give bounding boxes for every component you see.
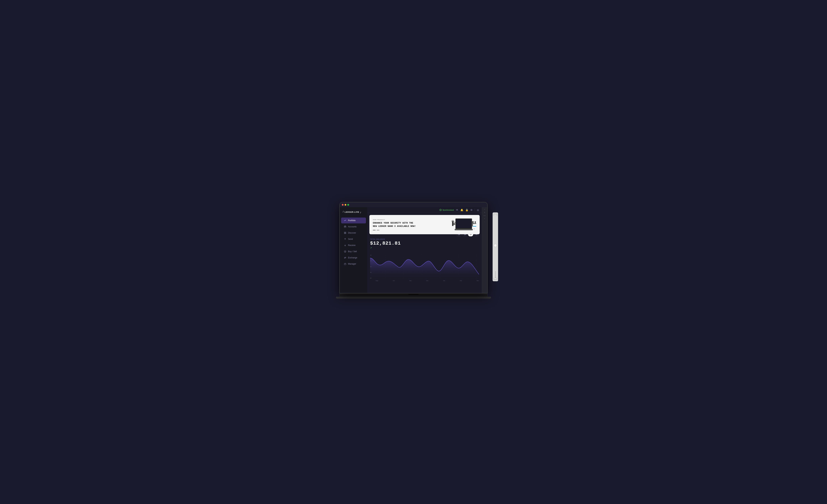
sync-badge: ✓ Synchronized xyxy=(440,209,454,211)
svg-rect-4 xyxy=(344,233,345,234)
svg-rect-17 xyxy=(454,223,455,224)
y-label-0k: 0K xyxy=(370,255,374,256)
lock-icon[interactable]: 🔒 xyxy=(466,209,468,211)
expand-icon[interactable]: ⤢ xyxy=(484,209,485,210)
svg-rect-1 xyxy=(345,226,346,226)
close-button[interactable] xyxy=(342,204,344,206)
right-panel: ⤢ ✕ ⟺ + − xyxy=(482,207,487,293)
receive-icon xyxy=(344,244,346,247)
y-axis: 8K 6K 4K 2K 0K xyxy=(370,255,375,279)
buy-sell-label: Buy / Sell xyxy=(348,250,357,253)
banner-pagination xyxy=(373,230,449,230)
promotion-banner: NEW PRODUCT ENHANCE YOUR SECURITY WITH T… xyxy=(370,215,480,234)
minus-icon[interactable]: − xyxy=(484,221,485,223)
dollar-icon: $ xyxy=(344,250,346,253)
send-icon xyxy=(344,238,346,240)
x-label-feb: Feb. xyxy=(460,280,462,281)
ledger-device: Bitcoin xyxy=(492,209,499,285)
eye-icon[interactable]: 👁 xyxy=(456,209,458,211)
sidebar-item-accounts[interactable]: Accounts xyxy=(341,224,366,230)
x-label-oct: Oct. xyxy=(393,280,395,281)
sidebar: ┘ LEDGER-LIVE ┌ Portfolio xyxy=(340,207,367,293)
sidebar-item-receive[interactable]: Receive xyxy=(341,242,366,248)
banner-dot-1[interactable] xyxy=(373,230,376,230)
bell-icon[interactable]: 🔔 xyxy=(460,209,463,211)
svg-rect-5 xyxy=(345,233,346,234)
y-label-2k: 2K xyxy=(370,260,374,261)
sync-label: Synchronized xyxy=(442,209,454,211)
x-label-dec: Dec. xyxy=(426,280,429,281)
sidebar-item-exchange[interactable]: Exchange xyxy=(341,255,366,261)
svg-rect-0 xyxy=(344,226,346,228)
balance-amount: $12,821.81 xyxy=(370,241,401,246)
x-label-nov: Nov. xyxy=(409,280,412,281)
header-divider xyxy=(475,209,475,211)
wallet-icon xyxy=(344,225,346,228)
sidebar-item-send[interactable]: Send xyxy=(341,236,366,242)
ledger-button[interactable] xyxy=(494,244,497,247)
trend-icon: ↗ xyxy=(370,247,401,249)
minimize-button[interactable] xyxy=(345,204,346,206)
sidebar-item-manager[interactable]: Manager xyxy=(341,261,366,267)
svg-rect-2 xyxy=(344,232,345,233)
chart-section: TOTAL BALANCE $12,821.81 ↗ 1W 1M 1Y All xyxy=(367,236,482,293)
ledger-brand-label: Bitcoin xyxy=(495,271,496,278)
arrows-icon[interactable]: ⟺ xyxy=(483,215,486,216)
exchange-icon xyxy=(344,256,346,259)
main-content: ✓ Synchronized 👁 🔔 🔒 ⚙ ◎ xyxy=(367,207,482,293)
plus-icon[interactable]: + xyxy=(484,218,485,219)
svg-rect-10 xyxy=(344,263,346,265)
maximize-button[interactable] xyxy=(347,204,349,206)
close-icon[interactable]: ✕ xyxy=(484,212,485,213)
banner-text: NEW PRODUCT ENHANCE YOUR SECURITY WITH T… xyxy=(373,219,449,230)
manager-icon xyxy=(344,263,346,265)
x-label-sept: Sept. xyxy=(376,280,378,281)
x-label-mar: Mar. xyxy=(477,280,479,281)
gear-icon[interactable]: ⚙ xyxy=(470,209,473,211)
banner-arrow[interactable]: ← xyxy=(473,228,476,230)
banner-title: ENHANCE YOUR SECURITY WITH THE NEW LEDGE… xyxy=(373,221,418,228)
user-icon[interactable]: ◎ xyxy=(477,209,479,211)
sync-dot: ✓ xyxy=(440,209,442,211)
manager-label: Manager xyxy=(348,263,356,265)
grid-icon xyxy=(344,232,346,234)
titlebar xyxy=(340,202,487,207)
laptop-base xyxy=(339,293,488,297)
svg-rect-13 xyxy=(455,229,473,230)
banner-image: 💾 ← xyxy=(449,218,476,232)
laptop-footer xyxy=(336,297,491,299)
svg-rect-12 xyxy=(456,219,471,228)
chart-svg xyxy=(370,255,479,279)
x-axis: Sept. Oct. Nov. Dec. Jan. Feb. Mar. xyxy=(370,280,479,281)
chart-icon xyxy=(344,219,346,222)
y-label-6k: 6K xyxy=(370,272,374,273)
send-label: Send xyxy=(348,238,353,240)
x-label-jan: Jan. xyxy=(443,280,445,281)
sidebar-item-portfolio[interactable]: Portfolio xyxy=(341,217,366,223)
banner-label: NEW PRODUCT xyxy=(373,219,449,220)
discover-label: Discover xyxy=(348,232,356,234)
balance-label: TOTAL BALANCE xyxy=(370,238,479,240)
portfolio-label: Portfolio xyxy=(348,219,356,222)
svg-rect-3 xyxy=(345,232,346,233)
app-logo: ┘ LEDGER-LIVE ┌ xyxy=(340,211,367,217)
accounts-label: Accounts xyxy=(348,225,356,228)
portfolio-chart: 8K 6K 4K 2K 0K xyxy=(370,255,479,282)
header-bar: ✓ Synchronized 👁 🔔 🔒 ⚙ ◎ xyxy=(367,207,482,213)
svg-text:💾: 💾 xyxy=(472,221,476,227)
receive-label: Receive xyxy=(348,244,355,247)
traffic-lights xyxy=(342,204,349,206)
ledger-bracket-top xyxy=(494,214,497,216)
laptop-notch xyxy=(408,294,419,295)
banner-dot-2[interactable] xyxy=(377,230,379,230)
y-label-8k: 8K xyxy=(370,278,374,279)
exchange-label: Exchange xyxy=(348,256,357,259)
sidebar-item-discover[interactable]: Discover xyxy=(341,230,366,236)
svg-text:$: $ xyxy=(345,251,346,252)
ledger-bracket-bottom xyxy=(494,278,497,280)
y-label-4k: 4K xyxy=(370,266,374,267)
sidebar-item-buy-sell[interactable]: $ Buy / Sell xyxy=(341,249,366,254)
